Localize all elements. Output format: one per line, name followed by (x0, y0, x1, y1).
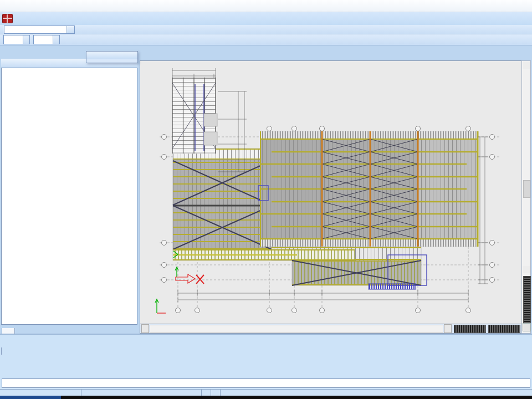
application-window (0, 0, 532, 399)
canvas-toolbar (140, 324, 522, 334)
app-logo-icon (3, 2, 11, 9)
zoom-bar-horizontal[interactable] (488, 325, 520, 333)
scale-spinner-value (4, 35, 23, 44)
taskbar-segment (0, 396, 61, 399)
horizontal-scroll-track[interactable] (150, 325, 443, 333)
command-panel (0, 334, 532, 389)
status-plane[interactable] (211, 390, 221, 396)
pan-bar-horizontal[interactable] (454, 325, 486, 333)
zoom-bar-vertical[interactable] (523, 276, 531, 327)
toolbar-structure (0, 34, 532, 45)
spinner-arrows[interactable] (23, 35, 29, 44)
spinner-arrows[interactable] (53, 35, 59, 44)
vertical-scroll-thumb[interactable] (523, 180, 530, 198)
count-spinner[interactable] (33, 35, 60, 44)
status-units[interactable] (202, 390, 211, 396)
taskbar-strip (0, 396, 532, 399)
count-spinner-value (34, 35, 53, 44)
command-input[interactable] (2, 378, 530, 388)
scroll-up-button[interactable] (523, 62, 530, 69)
chevron-down-icon[interactable] (66, 26, 74, 33)
toolbar-standard (0, 25, 532, 34)
status-coords-2d (0, 390, 81, 396)
selection-cursor-button[interactable] (1, 347, 2, 355)
scrollbar-corner (523, 323, 531, 331)
status-coords-3d (81, 390, 202, 396)
scia-system-icon[interactable] (2, 14, 13, 23)
structural-drawing (140, 61, 521, 324)
command-panel-header[interactable] (0, 335, 532, 344)
project-combo[interactable] (4, 25, 75, 34)
menu-tree (1, 68, 137, 325)
drawing-canvas[interactable] (140, 60, 522, 324)
lower-stud-strip (173, 249, 355, 260)
status-bar (0, 389, 532, 396)
status-state (221, 390, 229, 396)
left-wall-block (173, 160, 272, 249)
view-palette-header[interactable] (86, 52, 137, 59)
view-palette (86, 51, 138, 63)
bottom-right-block (292, 260, 421, 285)
menu-tree-panel (1, 59, 137, 335)
view-palette-body (86, 59, 137, 63)
scroll-down-button[interactable] (523, 266, 530, 273)
title-bar[interactable] (0, 0, 532, 12)
central-wall-panel (260, 131, 478, 247)
scale-spinner[interactable] (3, 35, 30, 44)
scroll-left-button[interactable] (141, 324, 149, 333)
scroll-right-button[interactable] (444, 324, 452, 333)
menu-bar (0, 12, 532, 25)
scaffold-tower (172, 78, 217, 154)
vertical-scrollbar[interactable] (521, 60, 531, 334)
